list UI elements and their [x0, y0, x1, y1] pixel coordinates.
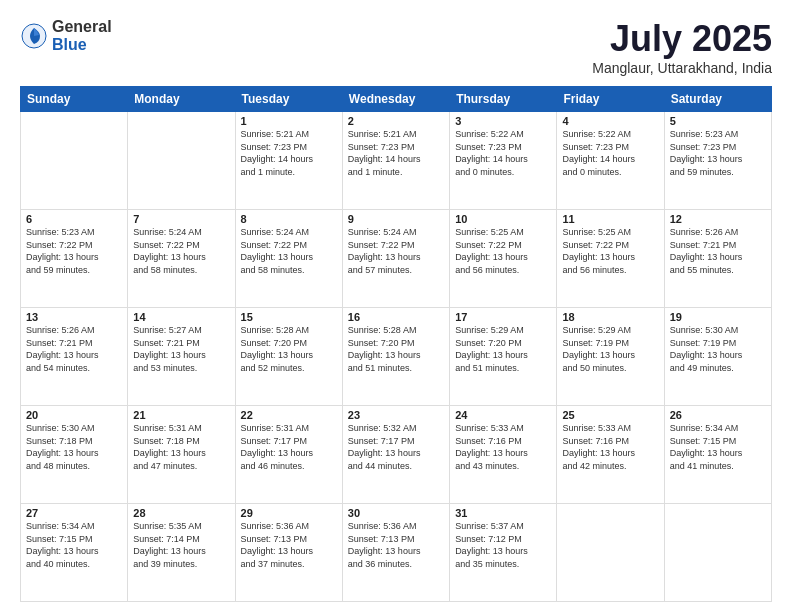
calendar-cell: 26Sunrise: 5:34 AM Sunset: 7:15 PM Dayli…: [664, 406, 771, 504]
calendar-cell: 19Sunrise: 5:30 AM Sunset: 7:19 PM Dayli…: [664, 308, 771, 406]
day-number: 8: [241, 213, 337, 225]
calendar-cell: 10Sunrise: 5:25 AM Sunset: 7:22 PM Dayli…: [450, 210, 557, 308]
day-number: 29: [241, 507, 337, 519]
day-info: Sunrise: 5:30 AM Sunset: 7:19 PM Dayligh…: [670, 324, 766, 374]
day-number: 9: [348, 213, 444, 225]
day-info: Sunrise: 5:24 AM Sunset: 7:22 PM Dayligh…: [241, 226, 337, 276]
day-info: Sunrise: 5:37 AM Sunset: 7:12 PM Dayligh…: [455, 520, 551, 570]
weekday-header-sunday: Sunday: [21, 87, 128, 112]
day-info: Sunrise: 5:31 AM Sunset: 7:18 PM Dayligh…: [133, 422, 229, 472]
day-info: Sunrise: 5:32 AM Sunset: 7:17 PM Dayligh…: [348, 422, 444, 472]
day-info: Sunrise: 5:24 AM Sunset: 7:22 PM Dayligh…: [348, 226, 444, 276]
day-number: 14: [133, 311, 229, 323]
logo-blue: Blue: [52, 36, 112, 54]
day-number: 27: [26, 507, 122, 519]
week-row-4: 20Sunrise: 5:30 AM Sunset: 7:18 PM Dayli…: [21, 406, 772, 504]
day-info: Sunrise: 5:23 AM Sunset: 7:23 PM Dayligh…: [670, 128, 766, 178]
day-info: Sunrise: 5:33 AM Sunset: 7:16 PM Dayligh…: [562, 422, 658, 472]
day-info: Sunrise: 5:30 AM Sunset: 7:18 PM Dayligh…: [26, 422, 122, 472]
calendar-cell: 3Sunrise: 5:22 AM Sunset: 7:23 PM Daylig…: [450, 112, 557, 210]
calendar-cell: [128, 112, 235, 210]
day-number: 25: [562, 409, 658, 421]
calendar-cell: 12Sunrise: 5:26 AM Sunset: 7:21 PM Dayli…: [664, 210, 771, 308]
logo-icon: [20, 22, 48, 50]
day-number: 17: [455, 311, 551, 323]
calendar-cell: 20Sunrise: 5:30 AM Sunset: 7:18 PM Dayli…: [21, 406, 128, 504]
day-number: 23: [348, 409, 444, 421]
calendar-cell: 30Sunrise: 5:36 AM Sunset: 7:13 PM Dayli…: [342, 504, 449, 602]
calendar-cell: 6Sunrise: 5:23 AM Sunset: 7:22 PM Daylig…: [21, 210, 128, 308]
day-info: Sunrise: 5:22 AM Sunset: 7:23 PM Dayligh…: [562, 128, 658, 178]
day-info: Sunrise: 5:21 AM Sunset: 7:23 PM Dayligh…: [241, 128, 337, 178]
day-info: Sunrise: 5:34 AM Sunset: 7:15 PM Dayligh…: [26, 520, 122, 570]
logo: General Blue: [20, 18, 112, 53]
day-info: Sunrise: 5:36 AM Sunset: 7:13 PM Dayligh…: [348, 520, 444, 570]
calendar: SundayMondayTuesdayWednesdayThursdayFrid…: [20, 86, 772, 602]
weekday-header-row: SundayMondayTuesdayWednesdayThursdayFrid…: [21, 87, 772, 112]
location: Manglaur, Uttarakhand, India: [592, 60, 772, 76]
day-info: Sunrise: 5:26 AM Sunset: 7:21 PM Dayligh…: [26, 324, 122, 374]
weekday-header-thursday: Thursday: [450, 87, 557, 112]
weekday-header-wednesday: Wednesday: [342, 87, 449, 112]
day-info: Sunrise: 5:25 AM Sunset: 7:22 PM Dayligh…: [455, 226, 551, 276]
day-info: Sunrise: 5:25 AM Sunset: 7:22 PM Dayligh…: [562, 226, 658, 276]
day-number: 21: [133, 409, 229, 421]
day-number: 10: [455, 213, 551, 225]
day-number: 28: [133, 507, 229, 519]
calendar-cell: 8Sunrise: 5:24 AM Sunset: 7:22 PM Daylig…: [235, 210, 342, 308]
calendar-cell: 5Sunrise: 5:23 AM Sunset: 7:23 PM Daylig…: [664, 112, 771, 210]
weekday-header-monday: Monday: [128, 87, 235, 112]
calendar-cell: 31Sunrise: 5:37 AM Sunset: 7:12 PM Dayli…: [450, 504, 557, 602]
calendar-cell: 24Sunrise: 5:33 AM Sunset: 7:16 PM Dayli…: [450, 406, 557, 504]
weekday-header-friday: Friday: [557, 87, 664, 112]
day-number: 1: [241, 115, 337, 127]
day-number: 7: [133, 213, 229, 225]
calendar-cell: 28Sunrise: 5:35 AM Sunset: 7:14 PM Dayli…: [128, 504, 235, 602]
day-number: 15: [241, 311, 337, 323]
calendar-cell: 23Sunrise: 5:32 AM Sunset: 7:17 PM Dayli…: [342, 406, 449, 504]
calendar-cell: 15Sunrise: 5:28 AM Sunset: 7:20 PM Dayli…: [235, 308, 342, 406]
day-number: 22: [241, 409, 337, 421]
logo-general: General: [52, 18, 112, 36]
day-number: 30: [348, 507, 444, 519]
day-info: Sunrise: 5:21 AM Sunset: 7:23 PM Dayligh…: [348, 128, 444, 178]
week-row-2: 6Sunrise: 5:23 AM Sunset: 7:22 PM Daylig…: [21, 210, 772, 308]
day-info: Sunrise: 5:24 AM Sunset: 7:22 PM Dayligh…: [133, 226, 229, 276]
calendar-cell: [21, 112, 128, 210]
day-number: 24: [455, 409, 551, 421]
title-block: July 2025 Manglaur, Uttarakhand, India: [592, 18, 772, 76]
calendar-cell: 9Sunrise: 5:24 AM Sunset: 7:22 PM Daylig…: [342, 210, 449, 308]
day-info: Sunrise: 5:36 AM Sunset: 7:13 PM Dayligh…: [241, 520, 337, 570]
day-info: Sunrise: 5:26 AM Sunset: 7:21 PM Dayligh…: [670, 226, 766, 276]
calendar-cell: 14Sunrise: 5:27 AM Sunset: 7:21 PM Dayli…: [128, 308, 235, 406]
day-info: Sunrise: 5:31 AM Sunset: 7:17 PM Dayligh…: [241, 422, 337, 472]
page: General Blue July 2025 Manglaur, Uttarak…: [0, 0, 792, 612]
calendar-cell: 13Sunrise: 5:26 AM Sunset: 7:21 PM Dayli…: [21, 308, 128, 406]
calendar-cell: 21Sunrise: 5:31 AM Sunset: 7:18 PM Dayli…: [128, 406, 235, 504]
header: General Blue July 2025 Manglaur, Uttarak…: [20, 18, 772, 76]
month-title: July 2025: [592, 18, 772, 60]
day-info: Sunrise: 5:33 AM Sunset: 7:16 PM Dayligh…: [455, 422, 551, 472]
calendar-cell: 11Sunrise: 5:25 AM Sunset: 7:22 PM Dayli…: [557, 210, 664, 308]
day-number: 5: [670, 115, 766, 127]
day-number: 13: [26, 311, 122, 323]
calendar-cell: 17Sunrise: 5:29 AM Sunset: 7:20 PM Dayli…: [450, 308, 557, 406]
day-number: 4: [562, 115, 658, 127]
calendar-cell: 1Sunrise: 5:21 AM Sunset: 7:23 PM Daylig…: [235, 112, 342, 210]
calendar-cell: [557, 504, 664, 602]
day-info: Sunrise: 5:34 AM Sunset: 7:15 PM Dayligh…: [670, 422, 766, 472]
day-info: Sunrise: 5:23 AM Sunset: 7:22 PM Dayligh…: [26, 226, 122, 276]
calendar-cell: 7Sunrise: 5:24 AM Sunset: 7:22 PM Daylig…: [128, 210, 235, 308]
week-row-3: 13Sunrise: 5:26 AM Sunset: 7:21 PM Dayli…: [21, 308, 772, 406]
day-info: Sunrise: 5:27 AM Sunset: 7:21 PM Dayligh…: [133, 324, 229, 374]
day-info: Sunrise: 5:22 AM Sunset: 7:23 PM Dayligh…: [455, 128, 551, 178]
day-number: 16: [348, 311, 444, 323]
week-row-5: 27Sunrise: 5:34 AM Sunset: 7:15 PM Dayli…: [21, 504, 772, 602]
calendar-cell: 4Sunrise: 5:22 AM Sunset: 7:23 PM Daylig…: [557, 112, 664, 210]
calendar-cell: 29Sunrise: 5:36 AM Sunset: 7:13 PM Dayli…: [235, 504, 342, 602]
day-number: 3: [455, 115, 551, 127]
day-info: Sunrise: 5:28 AM Sunset: 7:20 PM Dayligh…: [241, 324, 337, 374]
day-info: Sunrise: 5:28 AM Sunset: 7:20 PM Dayligh…: [348, 324, 444, 374]
calendar-cell: 2Sunrise: 5:21 AM Sunset: 7:23 PM Daylig…: [342, 112, 449, 210]
calendar-cell: [664, 504, 771, 602]
